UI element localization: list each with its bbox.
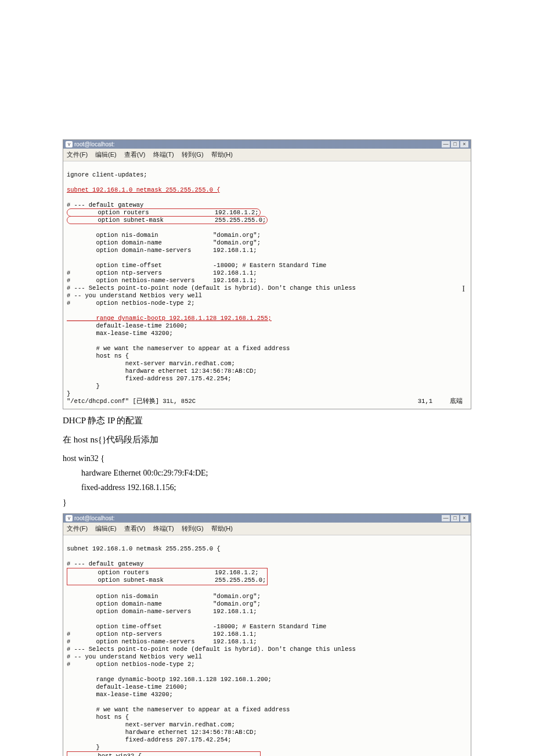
terminal-window-2: v root@localhost: — □ × 文件(F) 编辑(E) 查看(V… [63, 513, 471, 756]
close-icon[interactable]: × [460, 515, 468, 521]
menubar-1[interactable]: 文件(F) 编辑(E) 查看(V) 终端(T) 转到(G) 帮助(H) [63, 149, 471, 161]
conf-sel2: # -- you understand Netbios very well [67, 292, 202, 299]
menu-help[interactable]: 帮助(H) [211, 151, 233, 158]
conf-netbios: # option netbios-name-servers 192.168.1.… [67, 638, 257, 645]
conf-sel2: # -- you understand Netbios very well [67, 653, 202, 660]
menu-help[interactable]: 帮助(H) [211, 525, 233, 532]
menu-goto[interactable]: 转到(G) [182, 525, 204, 532]
window-title: root@localhost: [74, 515, 115, 521]
close-icon[interactable]: × [460, 141, 468, 147]
conf-routers: option routers 192.168.1.2; [68, 569, 259, 576]
conf-line: ignore client-updates; [67, 171, 147, 178]
status-pos: 31,1 [418, 398, 432, 405]
maximize-icon[interactable]: □ [451, 515, 459, 521]
conf-dns: option domain-name-servers 192.168.1.1; [67, 247, 257, 254]
conf-maxlease: max-lease-time 43200; [67, 330, 173, 337]
menu-view[interactable]: 查看(V) [124, 151, 146, 158]
conf-wantns: # we want the nameserver to appear at a … [67, 345, 290, 352]
code-hostwin: host win32 { [63, 451, 471, 466]
conf-hostwin: host win32 { [68, 753, 142, 756]
annotated-subnetmask: option subnet-mask 255.255.255.0; [67, 216, 268, 224]
code-fixed: fixed-address 192.168.1.156; [63, 480, 471, 495]
conf-routers: option routers 192.168.1.2; [68, 209, 259, 216]
conf-close: } [67, 744, 100, 751]
titlebar-2[interactable]: v root@localhost: — □ × [63, 514, 471, 523]
conf-range: range dynamic-bootp 192.168.1.128 192.16… [67, 315, 272, 322]
menu-goto[interactable]: 转到(G) [182, 151, 204, 158]
status-left: "/etc/dhcpd.conf" [已转换] 31L, 852C [67, 398, 196, 405]
conf-deflease: default-lease-time 21600; [67, 683, 187, 690]
text-cursor-icon: I [462, 285, 465, 293]
conf-nodetype: # option netbios-node-type 2; [67, 300, 195, 307]
conf-sel1: # --- Selects point-to-point node (defau… [67, 285, 356, 291]
conf-nodetype: # option netbios-node-type 2; [67, 661, 195, 668]
conf-comment: # --- default gateway [67, 201, 143, 208]
menu-edit[interactable]: 编辑(E) [95, 525, 117, 532]
conf-hostns: host ns { [67, 352, 129, 359]
vim-status-line: "/etc/dhcpd.conf" [已转换] 31L, 852C 31,1 底… [67, 398, 467, 405]
titlebar-1[interactable]: v root@localhost: — □ × [63, 140, 471, 149]
conf-domname: option domain-name "domain.org"; [67, 239, 261, 246]
menu-view[interactable]: 查看(V) [124, 525, 146, 532]
conf-timeoff: option time-offset -18000; # Eastern Sta… [67, 623, 326, 630]
minimize-icon[interactable]: — [442, 141, 450, 147]
conf-fixed: fixed-address 207.175.42.254; [67, 736, 232, 743]
conf-deflease: default-lease-time 21600; [67, 322, 187, 329]
conf-subnet-line: subnet 192.168.1.0 netmask 255.255.255.0… [67, 186, 221, 193]
doc-heading: DHCP 静态 IP 的配置 [63, 413, 471, 429]
doc-p1: 在 host ns{}代码段后添加 [63, 432, 471, 448]
conf-nextsrv: next-server marvin.redhat.com; [67, 721, 235, 728]
conf-close: } [67, 383, 100, 390]
maximize-icon[interactable]: □ [451, 141, 459, 147]
conf-subnet-line: subnet 192.168.1.0 netmask 255.255.255.0… [67, 545, 221, 552]
window-title: root@localhost: [74, 141, 115, 147]
conf-dns: option domain-name-servers 192.168.1.1; [67, 608, 257, 615]
menu-file[interactable]: 文件(F) [67, 525, 88, 532]
status-right: 底端 [450, 398, 463, 405]
menu-terminal[interactable]: 终端(T) [153, 151, 174, 158]
conf-comment: # --- default gateway [67, 560, 143, 567]
terminal-content-2[interactable]: subnet 192.168.1.0 netmask 255.255.255.0… [63, 535, 471, 756]
conf-ntp: # option ntp-servers 192.168.1.1; [67, 269, 257, 276]
conf-netbios: # option netbios-name-servers 192.168.1.… [67, 277, 257, 284]
conf-nextsrv: next-server marvin.redhat.com; [67, 360, 235, 367]
conf-hw: hardware ethernet 12:34:56:78:AB:CD; [67, 729, 257, 736]
window-menu-icon[interactable]: v [66, 515, 73, 521]
annotated-hostwin-box: host win32 { hardware ethernet 00:0C:29:… [67, 751, 261, 756]
conf-nisdomain: option nis-domain "domain.org"; [67, 593, 261, 600]
conf-timeoff: option time-offset -18000; # Eastern Sta… [67, 262, 326, 269]
conf-nisdomain: option nis-domain "domain.org"; [67, 232, 261, 239]
conf-maxlease: max-lease-time 43200; [67, 691, 173, 698]
code-hw: hardware Ethernet 00:0c:29:79:F4:DE; [63, 466, 471, 480]
window-menu-icon[interactable]: v [66, 141, 73, 147]
conf-hw: hardware ethernet 12:34:56:78:AB:CD; [67, 368, 257, 375]
annotated-gateway-box: option routers 192.168.1.2; option subne… [67, 568, 268, 585]
terminal-window-1: v root@localhost: — □ × 文件(F) 编辑(E) 查看(V… [63, 139, 471, 409]
code-close: } [63, 495, 471, 510]
conf-subnetmask: option subnet-mask 255.255.255.0; [68, 577, 266, 584]
conf-fixed: fixed-address 207.175.42.254; [67, 375, 232, 382]
menu-file[interactable]: 文件(F) [67, 151, 88, 158]
conf-subnetmask: option subnet-mask 255.255.255.0; [68, 217, 266, 224]
conf-sel1: # --- Selects point-to-point node (defau… [67, 646, 356, 653]
conf-range: range dynamic-bootp 192.168.1.128 192.16… [67, 676, 272, 683]
conf-close2: } [67, 390, 70, 397]
conf-ntp: # option ntp-servers 192.168.1.1; [67, 631, 257, 638]
menubar-2[interactable]: 文件(F) 编辑(E) 查看(V) 终端(T) 转到(G) 帮助(H) [63, 523, 471, 535]
conf-domname: option domain-name "domain.org"; [67, 600, 261, 607]
minimize-icon[interactable]: — [442, 515, 450, 521]
terminal-content-1[interactable]: ignore client-updates; subnet 192.168.1.… [63, 161, 471, 409]
menu-terminal[interactable]: 终端(T) [153, 525, 174, 532]
menu-edit[interactable]: 编辑(E) [95, 151, 117, 158]
conf-wantns: # we want the nameserver to appear at a … [67, 706, 290, 713]
conf-hostns: host ns { [67, 714, 129, 721]
annotated-routers: option routers 192.168.1.2; [67, 208, 261, 217]
